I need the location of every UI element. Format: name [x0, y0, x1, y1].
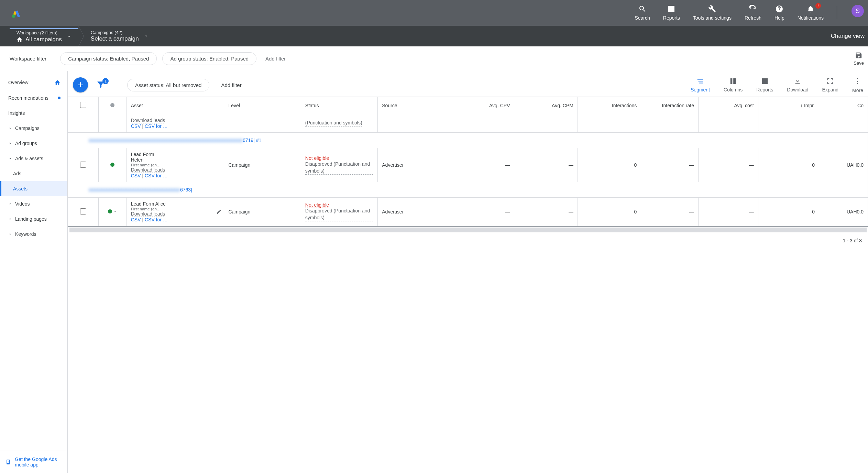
horizontal-scrollbar[interactable] — [69, 228, 867, 232]
status-detail: (Punctuation and symbols) — [305, 120, 362, 127]
source-cell: Advertiser — [378, 148, 451, 182]
segment-group-row[interactable]: xxxxxxxxxxxxxxxxxxxxxxxxxxxxxxxxxxxxxx67… — [68, 182, 868, 198]
sidebar-insights[interactable]: Insights — [0, 106, 67, 121]
sidebar-assets[interactable]: Assets — [0, 181, 67, 196]
notifications-button[interactable]: ! Notifications — [798, 5, 824, 21]
asset-status-chip[interactable]: Asset status: All but removed — [127, 79, 209, 91]
sidebar-ads-assets[interactable]: Ads & assets — [0, 151, 67, 166]
avgcpm-header[interactable]: Avg. CPM — [514, 97, 578, 114]
campaign-status-chip[interactable]: Campaign status: Enabled, Paused — [60, 52, 157, 65]
expand-button[interactable]: Expand — [822, 77, 838, 92]
help-button[interactable]: Help — [774, 5, 784, 21]
segment-group-row[interactable]: xxxxxxxxxxxxxxxxxxxxxxxxxxxxxxxxxxxxxxxx… — [68, 133, 868, 148]
sidebar-ads[interactable]: Ads — [0, 166, 67, 181]
pagination-label: 1 - 3 of 3 — [68, 233, 868, 248]
asset-title: Lead Form — [131, 152, 154, 157]
avgcpm-cell: — — [514, 148, 578, 182]
avgcost-cell: — — [698, 148, 758, 182]
home-icon — [17, 36, 23, 43]
download-button[interactable]: Download — [787, 77, 808, 92]
table-row[interactable]: Lead Form Alice First name (an… Download… — [68, 198, 868, 227]
change-view-button[interactable]: Change view — [831, 33, 868, 40]
interactionrate-header[interactable]: Interaction rate — [641, 97, 699, 114]
impr-label: Impr. — [804, 103, 815, 108]
select-all-checkbox[interactable] — [80, 102, 86, 108]
level-cell: Campaign — [224, 148, 301, 182]
csv-link[interactable]: CSV — [131, 173, 141, 178]
row-checkbox[interactable] — [80, 208, 86, 214]
csv-for-link[interactable]: CSV for … — [145, 217, 168, 222]
reports-button[interactable]: Reports — [756, 77, 773, 92]
notification-badge: ! — [815, 3, 821, 9]
select-all-header[interactable] — [68, 97, 99, 114]
workspace-filter-bar: Workspace filter Campaign status: Enable… — [0, 46, 868, 71]
account-avatar[interactable]: S — [851, 5, 864, 17]
asset-header[interactable]: Asset — [127, 97, 224, 114]
add-table-filter-button[interactable]: Add filter — [221, 82, 241, 88]
refresh-button[interactable]: Refresh — [745, 5, 761, 21]
top-bar: Search Reports Tools and settings Refres… — [0, 0, 868, 26]
enabled-status-icon — [108, 209, 112, 213]
tools-button[interactable]: Tools and settings — [693, 5, 732, 21]
csv-for-link[interactable]: CSV for … — [145, 123, 168, 129]
main-content: + 1 Asset status: All but removed Add fi… — [68, 71, 868, 473]
mobile-app-promo[interactable]: Get the Google Ads mobile app — [0, 451, 67, 473]
sidebar-videos[interactable]: Videos — [0, 196, 67, 211]
save-filter-button[interactable]: Save — [854, 52, 868, 66]
sidebar-keywords[interactable]: Keywords — [0, 227, 67, 242]
impr-header[interactable]: ↓ Impr. — [758, 97, 819, 114]
filter-funnel-button[interactable]: 1 — [96, 80, 105, 90]
reports-icon — [667, 5, 675, 13]
chevron-right-icon — [8, 126, 12, 130]
sidebar-campaigns[interactable]: Campaigns — [0, 121, 67, 136]
mobile-download-icon — [6, 458, 11, 466]
download-leads-label: Download leads — [131, 211, 165, 217]
sidebar-recommendations[interactable]: Recommendations — [0, 90, 67, 106]
segment-button[interactable]: Segment — [691, 77, 710, 92]
add-asset-fab[interactable]: + — [73, 77, 88, 92]
avgcpv-header[interactable]: Avg. CPV — [451, 97, 514, 114]
download-leads-label: Download leads — [131, 167, 165, 173]
columns-button[interactable]: Columns — [724, 77, 743, 92]
status-error: Not eligible — [305, 202, 329, 208]
csv-link[interactable]: CSV — [131, 217, 141, 222]
workspace-crumb[interactable]: Workspace (2 filters) All campaigns — [10, 28, 78, 43]
more-menu-button[interactable]: ⋮More — [852, 77, 863, 93]
search-button[interactable]: Search — [635, 5, 650, 21]
adgroup-status-chip[interactable]: Ad group status: Enabled, Paused — [162, 52, 256, 65]
row-checkbox[interactable] — [80, 162, 86, 168]
sidebar-overview[interactable]: Overview — [0, 75, 67, 90]
chevron-right-icon — [8, 217, 12, 221]
status-header[interactable]: Status — [301, 97, 377, 114]
sidebar-landing-pages[interactable]: Landing pages — [0, 211, 67, 227]
segment-label: Segment — [691, 87, 710, 92]
source-header[interactable]: Source — [378, 97, 451, 114]
level-header[interactable]: Level — [224, 97, 301, 114]
impr-cell: 0 — [758, 198, 819, 227]
table-row[interactable]: Lead Form Helen First name (an… Download… — [68, 148, 868, 182]
crumb-separator — [78, 26, 84, 46]
campaign-crumb[interactable]: Campaigns (42) Select a campaign — [84, 30, 155, 43]
chevron-down-icon — [8, 156, 12, 161]
kebab-icon: ⋮ — [854, 77, 861, 86]
filter-bar-label: Workspace filter — [10, 56, 46, 62]
status-dot-header[interactable] — [99, 97, 127, 114]
edit-icon[interactable] — [216, 209, 222, 214]
conv-header[interactable]: Co — [819, 97, 868, 114]
sidebar-label: Overview — [8, 80, 28, 85]
add-workspace-filter-button[interactable]: Add filter — [265, 56, 286, 62]
table-row[interactable]: Download leads CSV | CSV for … (Punctuat… — [68, 114, 868, 133]
sidebar-adgroups[interactable]: Ad groups — [0, 136, 67, 151]
csv-link[interactable]: CSV — [131, 123, 141, 129]
sidebar-label: Videos — [15, 201, 30, 207]
redacted-text: xxxxxxxxxxxxxxxxxxxxxxxxxxxxxxxxxxxxxx — [89, 187, 180, 192]
csv-for-link[interactable]: CSV for … — [145, 173, 168, 178]
avgcost-header[interactable]: Avg. cost — [698, 97, 758, 114]
chevron-down-icon[interactable] — [113, 210, 117, 213]
reports-button[interactable]: Reports — [663, 5, 680, 21]
interactions-header[interactable]: Interactions — [578, 97, 641, 114]
google-ads-logo — [11, 8, 21, 18]
conv-cell: UAH0.0 — [819, 148, 868, 182]
chevron-right-icon — [8, 202, 12, 206]
svg-point-0 — [12, 14, 15, 18]
